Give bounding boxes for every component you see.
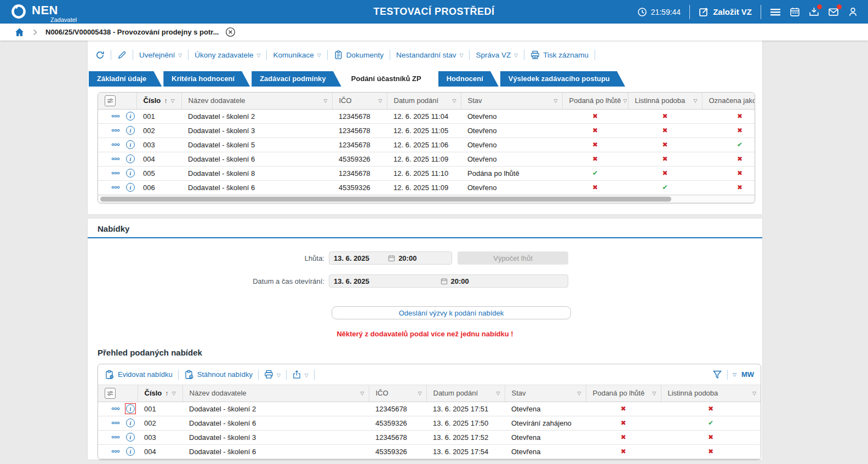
stahnout-nabidky-button[interactable]: Stáhnout nabídky (184, 370, 253, 380)
inbox-button[interactable] (809, 7, 819, 17)
table-row[interactable]: i 001 Dodavatel - školení 2 12345678 12.… (98, 109, 755, 123)
table-row[interactable]: i 001 Dodavatel - školení 2 12345678 13.… (98, 402, 761, 416)
filter-icon[interactable]: ▽ (172, 391, 176, 396)
tab[interactable]: Podání účastníků ZP (343, 71, 437, 87)
column-header-po-lhute[interactable]: Podaná po lhůtě▽ (562, 93, 628, 109)
row-menu-icon[interactable] (111, 170, 120, 176)
filter-icon[interactable]: ▽ (453, 98, 456, 104)
menu-sprava-vz[interactable]: Správa VZ▽ (476, 51, 518, 59)
filter-icon[interactable]: ▽ (171, 98, 175, 104)
column-header-cislo[interactable]: Číslo↑▽ (138, 385, 182, 402)
table-row[interactable]: i 004 Dodavatel - školení 6 45359326 12.… (98, 152, 755, 166)
vypocet-lhut-button[interactable]: Výpočet lhůt (458, 251, 568, 265)
row-menu-icon[interactable] (111, 449, 120, 454)
column-header-po-lhute[interactable]: Podaná po lhůtě▽ (586, 385, 661, 402)
column-header-ico[interactable]: IČO▽ (332, 93, 387, 109)
filter-icon[interactable]: ▽ (496, 391, 500, 396)
menu-komunikace[interactable]: Komunikace▽ (273, 51, 321, 59)
filter-icon[interactable]: ▽ (554, 98, 558, 104)
oteviran-datetime-field[interactable]: 13. 6. 2025 20:00 (329, 274, 568, 288)
table-row[interactable]: i 002 Dodavatel - školení 6 45359326 13.… (98, 416, 761, 430)
breadcrumb-record[interactable]: N006/25/V00005438 - Provozování prodejny… (45, 28, 219, 36)
column-header-nazev[interactable]: Název dodavatele▽ (182, 385, 369, 402)
tab[interactable]: Výsledek zadávacího postupu (500, 71, 625, 87)
column-header-listinna[interactable]: Listinná podoba▽ (661, 385, 761, 402)
menu-nestandardni-stav[interactable]: Nestandardní stav▽ (396, 51, 463, 59)
scrollbar-thumb[interactable] (100, 197, 671, 202)
calendar-button[interactable] (790, 7, 800, 17)
info-icon[interactable]: i (126, 169, 135, 177)
zalozit-vz-button[interactable]: Založit VZ (699, 7, 752, 17)
menu-dokumenty[interactable]: Dokumenty (334, 50, 384, 60)
tab[interactable]: Kritéria hodnocení (163, 71, 250, 87)
row-menu-icon[interactable] (111, 406, 120, 411)
oteviran-date-value[interactable]: 13. 6. 2025 (334, 277, 437, 285)
row-menu-icon[interactable] (111, 434, 120, 440)
filter-icon[interactable]: ▽ (324, 98, 328, 104)
row-menu-icon[interactable] (111, 156, 120, 162)
table-row[interactable]: i 003 Dodavatel - školení 5 12345678 12.… (98, 138, 755, 152)
column-header-ico[interactable]: IČO▽ (369, 385, 426, 402)
user-button[interactable] (848, 7, 858, 17)
menu-uverejneni[interactable]: Uveřejnění▽ (139, 51, 182, 59)
info-icon[interactable]: i (126, 183, 135, 192)
row-menu-icon[interactable] (111, 128, 120, 133)
column-header-stav[interactable]: Stav▽ (461, 93, 562, 109)
table-row[interactable]: i 005 Dodavatel - školení 8 12345678 12.… (98, 166, 755, 180)
column-header-datum[interactable]: Datum podání▽ (426, 385, 505, 402)
grid-settings-icon[interactable] (105, 95, 116, 106)
grid-settings-icon[interactable] (105, 388, 116, 399)
filter-icon[interactable]: ▽ (361, 391, 364, 396)
menu-tisk-zaznamu[interactable]: Tisk záznamu (530, 50, 589, 60)
info-icon[interactable]: i (126, 447, 135, 456)
home-icon[interactable] (14, 27, 25, 37)
filter-icon[interactable]: ▽ (752, 391, 756, 396)
info-icon[interactable]: i (126, 140, 135, 149)
view-mw-button[interactable]: MW (741, 370, 754, 379)
nen-logo[interactable]: NEN Zadavatel (10, 3, 77, 21)
info-icon[interactable]: i (126, 112, 135, 121)
table-row[interactable]: i 003 Dodavatel - školení 3 12345678 13.… (98, 430, 761, 444)
info-icon[interactable]: i (126, 154, 135, 163)
row-menu-icon[interactable] (111, 142, 120, 147)
menu-ukony-zadavatele[interactable]: Úkony zadavatele▽ (195, 51, 260, 59)
info-icon[interactable]: i (126, 126, 135, 135)
messages-button[interactable] (828, 7, 839, 17)
filter-icon[interactable]: ▽ (623, 98, 627, 104)
tab[interactable]: Základní údaje (89, 71, 162, 87)
column-header-oznacena[interactable]: Označena jako nep (702, 93, 755, 109)
row-menu-icon[interactable] (111, 420, 120, 426)
table-row[interactable]: i 002 Dodavatel - školení 3 12345678 12.… (98, 123, 755, 138)
column-header-cislo[interactable]: Číslo↑▽ (136, 93, 181, 109)
tab[interactable]: Zadávací podmínky (252, 71, 341, 87)
column-header-stav[interactable]: Stav▽ (505, 385, 586, 402)
filter-icon[interactable]: ▽ (578, 391, 581, 396)
tab[interactable]: Hodnocení (438, 71, 499, 87)
view-dropdown-icon[interactable]: ▽ (733, 372, 736, 377)
table-row[interactable]: i 006 Dodavatel - školení 6 45359326 12.… (98, 180, 755, 194)
filter-icon[interactable]: ▽ (379, 98, 382, 104)
menu-button[interactable] (770, 7, 781, 17)
refresh-button[interactable] (95, 50, 105, 60)
print-grid-button[interactable]: ▽ (264, 370, 281, 379)
table-row[interactable]: i 004 Dodavatel - školení 6 45359326 13.… (98, 444, 761, 459)
column-header-listinna[interactable]: Listinná podoba▽ (628, 93, 702, 109)
row-menu-icon[interactable] (111, 185, 120, 190)
column-header-datum[interactable]: Datum podání▽ (387, 93, 461, 109)
lhuta-time-value[interactable]: 20:00 (398, 254, 416, 262)
odeslani-vyzvy-button[interactable]: Odeslání výzvy k podání nabídek (332, 306, 571, 319)
info-icon[interactable]: i (126, 419, 135, 427)
calendar-small-icon[interactable] (388, 255, 395, 262)
filter-funnel-icon[interactable] (712, 370, 722, 380)
oteviran-time-value[interactable]: 20:00 (451, 277, 469, 285)
edit-button[interactable] (117, 50, 127, 60)
close-record-icon[interactable] (225, 27, 236, 37)
lhuta-datetime-field[interactable]: 13. 6. 2025 20:00 (329, 251, 452, 265)
evidovat-nabidku-button[interactable]: Evidovat nabídku (105, 370, 173, 380)
info-icon[interactable]: i (126, 404, 135, 413)
info-icon[interactable]: i (126, 433, 135, 442)
export-grid-button[interactable]: ▽ (292, 370, 309, 379)
column-header-nazev[interactable]: Název dodavatele▽ (181, 93, 332, 109)
filter-icon[interactable]: ▽ (418, 391, 422, 396)
filter-icon[interactable]: ▽ (653, 391, 656, 396)
